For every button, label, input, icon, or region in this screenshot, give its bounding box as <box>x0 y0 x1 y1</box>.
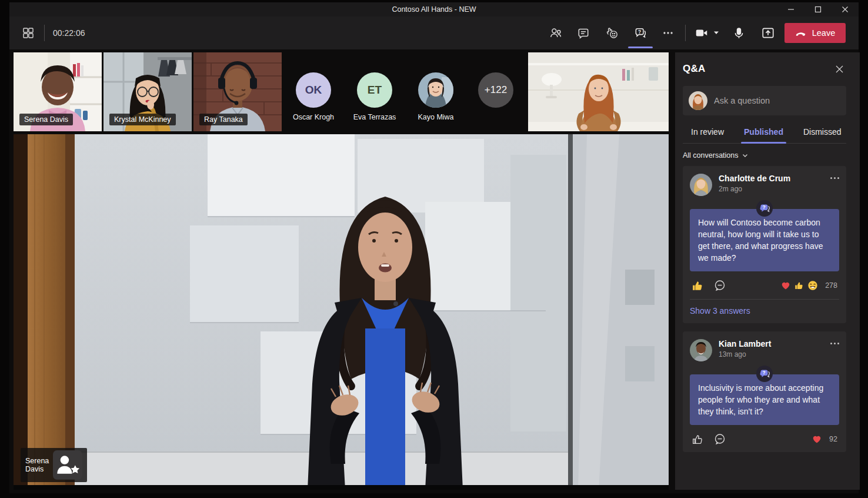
avatar-initials: OK <box>296 72 331 108</box>
avatar-name-label: Oscar Krogh <box>285 113 342 121</box>
toolbar-divider <box>44 25 45 41</box>
comment-icon[interactable] <box>713 279 726 292</box>
ask-question-input[interactable] <box>714 96 840 105</box>
avatar-photo <box>418 72 453 108</box>
mic-button[interactable] <box>727 21 750 45</box>
main-stage-video: Serena Davis <box>14 134 669 490</box>
comment-icon[interactable] <box>713 433 726 446</box>
presenter-name: Serena Davis <box>25 457 49 473</box>
reaction-actions <box>692 433 726 446</box>
minimize-button[interactable] <box>777 2 804 16</box>
author-name: Charlotte de Crum <box>719 174 790 183</box>
more-icon <box>662 26 675 39</box>
question-card: Charlotte de Crum 2m ago ? How <box>683 166 846 323</box>
avatar-oscar-krogh[interactable]: OK Oscar Krogh <box>285 72 342 121</box>
qna-tabs: In review Published Dismissed <box>683 124 846 144</box>
avatar-initials: ET <box>357 72 392 108</box>
camera-dropdown-icon <box>713 31 719 35</box>
reactions-button[interactable] <box>600 21 624 45</box>
grid-view-icon <box>22 26 35 39</box>
leave-label: Leave <box>812 28 836 38</box>
chat-button[interactable] <box>572 21 595 45</box>
conversation-filter-label: All conversations <box>683 151 739 160</box>
ask-question-field[interactable] <box>683 86 846 115</box>
title-bar: Contoso All Hands - NEW <box>9 2 859 16</box>
self-avatar-photo <box>689 91 707 110</box>
toolbar-divider <box>685 25 686 41</box>
avatar-name-label: Kayo Miwa <box>408 113 464 121</box>
question-timestamp: 13m ago <box>719 350 771 358</box>
presenter-icon <box>53 450 82 480</box>
reactions-icon <box>605 26 619 40</box>
avatar-overflow-count[interactable]: +122 <box>468 72 524 108</box>
card-divider <box>690 299 839 300</box>
tab-dismissed[interactable]: Dismissed <box>803 124 842 143</box>
maximize-button[interactable] <box>804 2 832 16</box>
avatar-kayo-miwa[interactable]: Kayo Miwa <box>408 72 464 121</box>
svg-text:?: ? <box>638 29 641 35</box>
reaction-row: 278 <box>690 279 839 292</box>
question-more-button[interactable] <box>830 339 839 344</box>
share-screen-button[interactable] <box>756 21 780 45</box>
video-tile-self[interactable] <box>528 52 669 131</box>
leave-phone-icon <box>795 27 807 39</box>
leave-button[interactable]: Leave <box>784 23 846 43</box>
reaction-actions <box>692 279 726 292</box>
qna-button[interactable]: ? <box>629 21 652 45</box>
heart-icon <box>780 280 791 291</box>
window-controls <box>777 2 859 16</box>
question-card-header: Charlotte de Crum 2m ago <box>690 174 839 196</box>
video-tile-krystal-mckinney[interactable]: Krystal McKinney <box>104 52 192 131</box>
reaction-row: 92 <box>690 433 839 446</box>
reaction-summary[interactable]: 278 <box>780 280 837 291</box>
participant-filmstrip: Serena Davis <box>9 52 673 131</box>
close-window-button[interactable] <box>832 2 859 16</box>
tile-name-label: Serena Davis <box>19 114 73 125</box>
question-bubble: ? How will Contoso become carbon neutral… <box>690 209 839 271</box>
svg-text:?: ? <box>763 204 766 210</box>
overflow-count-label: +122 <box>478 72 513 108</box>
minimize-icon <box>787 6 794 13</box>
avatar-kayo-miwa-photo <box>418 72 453 108</box>
author-avatar <box>690 174 712 196</box>
participants-button[interactable] <box>544 21 567 45</box>
camera-button[interactable] <box>692 21 712 45</box>
video-tile-ray-tanaka[interactable]: Ray Tanaka <box>193 52 282 131</box>
thumbs-up-icon[interactable] <box>692 433 704 446</box>
author-info: Charlotte de Crum 2m ago <box>719 174 790 193</box>
chat-icon <box>577 26 590 39</box>
video-self <box>528 52 669 131</box>
show-answers-link[interactable]: Show 3 answers <box>690 306 839 317</box>
meeting-timer: 00:22:06 <box>53 16 85 49</box>
thumbs-up-icon[interactable] <box>692 280 704 292</box>
camera-dropdown-button[interactable] <box>710 21 723 45</box>
qna-active-indicator <box>628 47 653 48</box>
conversation-filter-dropdown[interactable]: All conversations <box>683 151 846 160</box>
avatar-charlotte-de-crum <box>690 174 712 196</box>
avatar-eva-terrazas[interactable]: ET Eva Terrazas <box>346 72 403 121</box>
stage-video-serena-davis <box>14 134 669 490</box>
reaction-count: 278 <box>825 281 837 290</box>
gallery-view-button[interactable] <box>16 21 40 45</box>
avatar-kian-lambert <box>690 339 712 361</box>
qna-panel-title: Q&A <box>683 63 705 75</box>
tab-in-review[interactable]: In review <box>691 124 724 143</box>
avatar-name-label: Eva Terrazas <box>346 113 403 121</box>
tile-name-label: Krystal McKinney <box>109 114 176 125</box>
camera-icon <box>695 26 709 40</box>
presenter-name-label: Serena Davis <box>21 448 87 482</box>
meeting-toolbar: 00:22:06 <box>9 16 859 49</box>
question-bubble: ? Inclusivity is more about accepting pe… <box>690 374 839 425</box>
video-tile-serena-davis[interactable]: Serena Davis <box>14 52 102 131</box>
reaction-summary[interactable]: 92 <box>812 434 837 444</box>
chevron-down-icon <box>742 154 748 158</box>
tab-published[interactable]: Published <box>744 124 783 143</box>
heart-icon <box>812 434 822 444</box>
close-qna-panel-button[interactable] <box>832 62 846 76</box>
question-more-button[interactable] <box>830 174 839 179</box>
qna-icon: ? <box>633 26 647 40</box>
question-list: Charlotte de Crum 2m ago ? How <box>683 166 846 452</box>
more-options-button[interactable] <box>656 21 680 45</box>
teams-meeting-window: Contoso All Hands - NEW 00:22:06 <box>9 2 859 493</box>
question-text: Inclusivity is more about accepting peop… <box>698 383 823 416</box>
